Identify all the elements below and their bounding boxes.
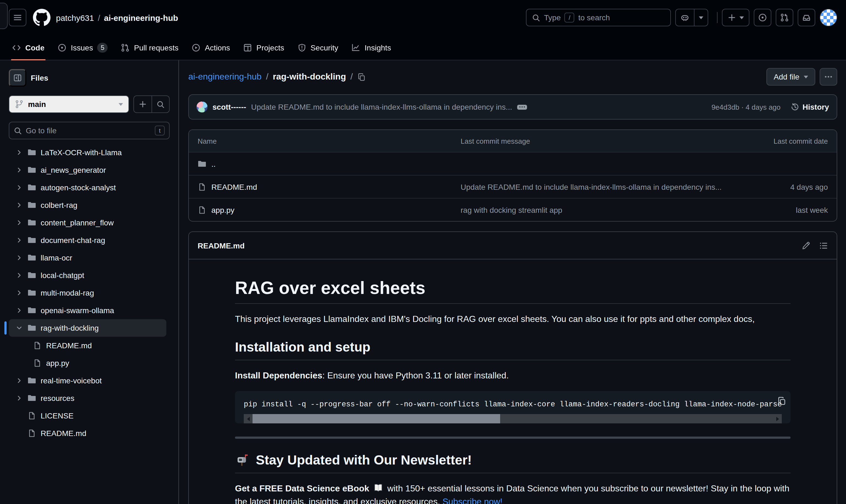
tree-item-folder[interactable]: resources [9,390,166,407]
commit-message-link[interactable]: Update README.md to include llama-index-… [251,103,512,111]
newsletter-heading: Stay Updated with Our Newsletter! [235,452,791,473]
edit-pencil-icon[interactable] [801,241,810,250]
add-file-button[interactable]: Add file [767,68,815,86]
tab-actions[interactable]: Actions [186,35,236,60]
commit-sha[interactable]: 9e4d3db [711,103,739,111]
copilot-dropdown-caret[interactable] [694,9,708,26]
tree-item-file[interactable]: README.md [9,337,166,354]
table-row-parent-dir[interactable]: .. [189,152,837,175]
history-label: History [802,103,829,111]
tab-insights[interactable]: Insights [346,35,397,60]
tab-label: Projects [256,43,284,52]
hamburger-menu-button[interactable] [9,9,27,26]
tab-security[interactable]: Security [292,35,344,60]
tree-item-file[interactable]: README.md [9,425,166,442]
tree-item-folder[interactable]: multi-modal-rag [9,284,166,302]
file-tree: LaTeX-OCR-with-Llama ai_news_generator a… [9,144,166,442]
chevron-right-icon [15,289,23,297]
file-link[interactable]: app.py [211,205,235,214]
git-branch-icon [15,100,23,109]
copy-path-icon[interactable] [357,73,365,81]
commit-author-link[interactable]: scott------ [212,103,246,111]
folder-icon [28,376,36,385]
scrollbar-thumb[interactable] [253,414,500,424]
column-name: Name [197,137,452,145]
folder-icon [28,394,36,402]
pip-install-command[interactable]: pip install -q --progress-bar off --no-w… [244,399,782,410]
tree-item-folder-selected[interactable]: rag-with-dockling [9,319,166,337]
branch-selector[interactable]: main [9,95,129,113]
copy-code-icon[interactable] [777,396,786,405]
column-last-commit-date: Last commit date [735,137,828,145]
file-icon [28,429,36,438]
table-row[interactable]: README.md Update README.md to include ll… [189,175,837,198]
search-branches-button[interactable] [152,96,169,112]
tree-item-label: LICENSE [41,411,73,420]
subscribe-link[interactable]: Subscribe now! [443,497,503,504]
scroll-left-arrow[interactable] [244,414,253,424]
copilot-button[interactable] [675,9,708,26]
hamburger-icon [13,13,22,22]
user-avatar[interactable] [819,9,837,26]
commit-author-avatar[interactable] [196,102,208,112]
commit-sha-and-time: 9e4d3db · 4 days ago [711,103,781,111]
tab-pull-requests[interactable]: Pull requests [115,35,184,60]
tree-item-folder[interactable]: colbert-rag [9,196,166,214]
breadcrumb-repo-link[interactable]: ai-engineering-hub [188,72,262,82]
tree-item-folder[interactable]: llama-ocr [9,249,166,267]
owner-link[interactable]: patchy631 [56,13,94,22]
horizontal-scrollbar[interactable] [244,414,782,424]
scroll-right-arrow[interactable] [773,414,782,424]
installation-heading: Installation and setup [235,339,791,360]
issues-dashboard-button[interactable] [754,9,771,26]
tree-item-file[interactable]: app.py [9,354,166,372]
table-row[interactable]: app.py rag with docking streamlit app la… [189,198,837,221]
tab-projects[interactable]: Projects [238,35,290,60]
tree-item-folder[interactable]: document-chat-rag [9,231,166,249]
tree-item-folder[interactable]: openai-swarm-ollama [9,302,166,319]
pull-requests-dashboard-button[interactable] [776,9,793,26]
notifications-inbox-button[interactable] [798,9,815,26]
tree-item-folder[interactable]: local-chatgpt [9,267,166,284]
commit-message-expander-button[interactable] [517,105,527,109]
chevron-right-icon [15,271,23,279]
row-commit-message[interactable]: Update README.md to include llama-index-… [461,182,726,191]
newsletter-bold-text: Get a FREE Data Science eBook [235,484,369,493]
tree-item-label: content_planner_flow [41,218,114,227]
file-icon [28,411,36,420]
repo-link[interactable]: ai-engineering-hub [104,13,178,22]
breadcrumb: ai-engineering-hub / rag-with-dockling / [188,72,365,82]
tree-item-file[interactable]: LICENSE [9,407,166,425]
tab-label: Issues [71,43,93,52]
outline-list-icon[interactable] [819,241,828,250]
tree-item-folder[interactable]: ai_news_generator [9,161,166,179]
branch-actions [133,95,170,113]
tree-item-folder[interactable]: LaTeX-OCR-with-Llama [9,144,166,161]
git-pull-request-icon [121,43,130,52]
file-link[interactable]: README.md [211,182,257,191]
tree-item-folder[interactable]: autogen-stock-analyst [9,179,166,196]
tree-item-folder[interactable]: content_planner_flow [9,214,166,231]
search-input[interactable]: Type / to search [526,9,671,26]
tab-issues[interactable]: Issues 5 [52,35,113,60]
markdown-divider [235,436,791,439]
more-options-button[interactable] [819,68,837,86]
new-branch-button[interactable] [134,96,152,112]
tab-code[interactable]: Code [6,35,50,60]
install-paragraph: Install Dependencies: Ensure you have Py… [235,369,791,382]
collapse-sidebar-button[interactable] [9,69,27,87]
meta-dot: · [741,103,744,111]
tree-item-folder[interactable]: real-time-voicebot [9,372,166,390]
go-to-file-input[interactable] [26,126,151,135]
file-link[interactable]: .. [211,159,216,168]
history-link[interactable]: History [791,103,829,111]
copilot-icon[interactable] [676,9,694,26]
files-sidebar: Files main [0,60,179,504]
readme-filename[interactable]: README.md [197,241,245,250]
github-logo-icon[interactable] [33,9,51,26]
create-new-button[interactable] [722,9,749,26]
issue-opened-icon [758,13,767,22]
header-divider [717,12,718,23]
chevron-down-icon [15,324,23,332]
row-commit-message[interactable]: rag with docking streamlit app [461,205,726,214]
